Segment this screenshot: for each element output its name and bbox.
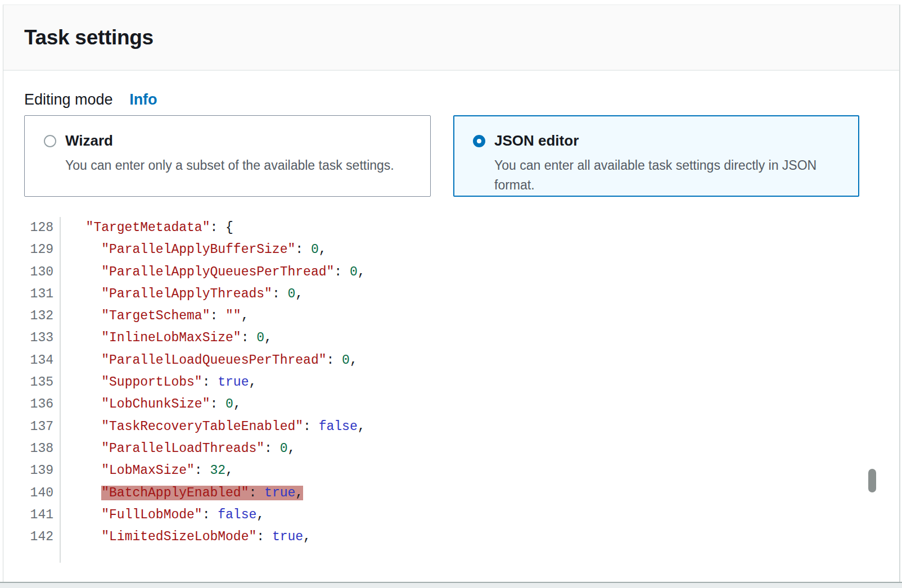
code-text: "SupportLobs": true, bbox=[61, 372, 256, 393]
task-settings-panel: Task settings Editing mode Info Wizard Y… bbox=[3, 4, 900, 588]
line-number bbox=[24, 548, 61, 563]
code-text: "LimitedSizeLobMode": true, bbox=[61, 526, 311, 548]
tile-json-editor[interactable]: JSON editor You can enter all available … bbox=[453, 115, 859, 197]
code-text: "TargetSchema": "", bbox=[61, 305, 249, 327]
line-number: 133 bbox=[24, 327, 61, 349]
info-link[interactable]: Info bbox=[129, 91, 157, 108]
json-editor-radio[interactable] bbox=[473, 135, 485, 147]
tile-json-editor-description: You can enter all available task setting… bbox=[494, 156, 835, 195]
json-code-editor[interactable]: 128 "TargetMetadata": {129 "ParallelAppl… bbox=[24, 217, 899, 563]
panel-content: Editing mode Info Wizard You can enter o… bbox=[3, 91, 899, 563]
code-text: "ParallelApplyBufferSize": 0, bbox=[61, 239, 327, 261]
line-number: 141 bbox=[24, 504, 61, 526]
tile-wizard-label: Wizard bbox=[65, 132, 113, 150]
editing-mode-label: Editing mode bbox=[24, 91, 113, 108]
code-text: "InlineLobMaxSize": 0, bbox=[61, 327, 272, 349]
editing-mode-row: Editing mode Info bbox=[24, 91, 899, 108]
line-number: 134 bbox=[24, 350, 61, 372]
code-line[interactable]: 128 "TargetMetadata": { bbox=[24, 217, 899, 239]
code-line[interactable]: 141 "FullLobMode": false, bbox=[24, 504, 899, 526]
code-line[interactable]: 138 "ParallelLoadThreads": 0, bbox=[24, 438, 899, 460]
code-text: "TaskRecoveryTableEnabled": false, bbox=[61, 416, 366, 438]
line-number: 135 bbox=[24, 372, 61, 393]
line-number: 139 bbox=[24, 460, 61, 482]
highlighted-code: "BatchApplyEnabled": true, bbox=[101, 486, 303, 500]
code-line[interactable]: 129 "ParallelApplyBufferSize": 0, bbox=[24, 239, 899, 261]
code-line[interactable]: 136 "LobChunkSize": 0, bbox=[24, 393, 899, 415]
line-number: 142 bbox=[24, 526, 61, 548]
wizard-radio[interactable] bbox=[44, 135, 56, 147]
code-text: "BatchApplyEnabled": true, bbox=[61, 482, 303, 504]
code-line[interactable]: 132 "TargetSchema": "", bbox=[24, 305, 899, 327]
code-line[interactable]: 133 "InlineLobMaxSize": 0, bbox=[24, 327, 899, 349]
line-number: 132 bbox=[24, 305, 61, 327]
tile-wizard-description: You can enter only a subset of the avail… bbox=[65, 156, 417, 175]
line-number: 140 bbox=[24, 482, 61, 504]
bottom-strip bbox=[0, 583, 902, 588]
line-number: 131 bbox=[24, 283, 61, 305]
code-text: "ParallelApplyThreads": 0, bbox=[61, 283, 303, 305]
code-line[interactable]: 134 "ParallelLoadQueuesPerThread": 0, bbox=[24, 350, 899, 372]
code-text: "LobChunkSize": 0, bbox=[61, 393, 241, 415]
code-line[interactable]: 135 "SupportLobs": true, bbox=[24, 372, 899, 393]
code-text: "TargetMetadata": { bbox=[61, 217, 233, 239]
code-line-empty bbox=[24, 548, 899, 563]
code-lines: 128 "TargetMetadata": {129 "ParallelAppl… bbox=[24, 217, 899, 563]
line-number: 137 bbox=[24, 416, 61, 438]
code-text: "ParallelLoadThreads": 0, bbox=[61, 438, 295, 460]
tile-json-editor-head: JSON editor bbox=[473, 132, 845, 150]
line-number: 129 bbox=[24, 239, 61, 261]
line-number: 138 bbox=[24, 438, 61, 460]
code-line[interactable]: 137 "TaskRecoveryTableEnabled": false, bbox=[24, 416, 899, 438]
tile-json-editor-label: JSON editor bbox=[494, 132, 579, 150]
vertical-scrollbar-thumb[interactable] bbox=[868, 469, 876, 492]
line-number: 136 bbox=[24, 393, 61, 415]
line-number: 130 bbox=[24, 261, 61, 283]
code-line[interactable]: 130 "ParallelApplyQueuesPerThread": 0, bbox=[24, 261, 899, 283]
panel-header: Task settings bbox=[3, 5, 899, 71]
editing-mode-tiles: Wizard You can enter only a subset of th… bbox=[24, 115, 899, 197]
line-number: 128 bbox=[24, 217, 61, 239]
code-line[interactable]: 139 "LobMaxSize": 32, bbox=[24, 460, 899, 482]
code-text: "LobMaxSize": 32, bbox=[61, 460, 233, 482]
code-text: "FullLobMode": false, bbox=[61, 504, 264, 526]
page-title: Task settings bbox=[24, 26, 154, 49]
code-line[interactable]: 142 "LimitedSizeLobMode": true, bbox=[24, 526, 899, 548]
tile-wizard-head: Wizard bbox=[44, 132, 417, 150]
code-line[interactable]: 140 "BatchApplyEnabled": true, bbox=[24, 482, 899, 504]
code-line[interactable]: 131 "ParallelApplyThreads": 0, bbox=[24, 283, 899, 305]
code-text: "ParallelLoadQueuesPerThread": 0, bbox=[61, 350, 358, 372]
tile-wizard[interactable]: Wizard You can enter only a subset of th… bbox=[24, 115, 431, 197]
code-text: "ParallelApplyQueuesPerThread": 0, bbox=[61, 261, 366, 283]
